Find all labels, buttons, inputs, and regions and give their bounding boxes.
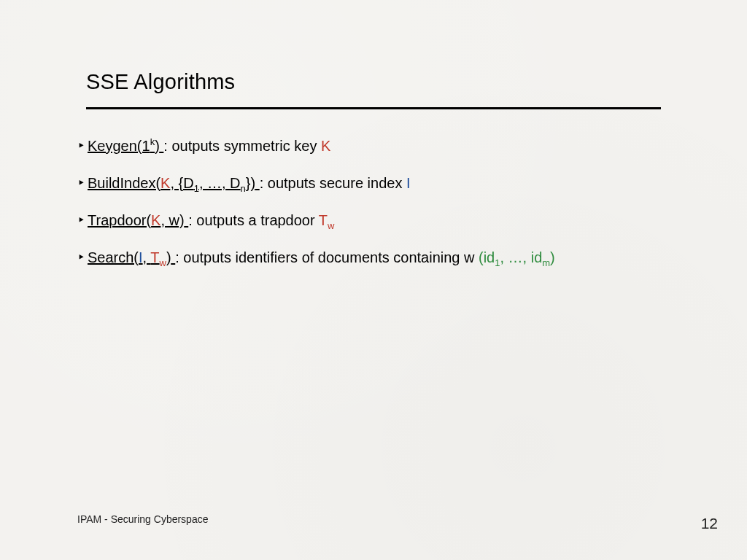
buildindex-k: K	[160, 175, 170, 191]
bullet-trapdoor: Trapdoor(K, w) : outputs a trapdoor Tw	[77, 211, 665, 230]
search-post: )	[166, 249, 171, 265]
buildindex-dn: n	[241, 183, 246, 194]
buildindex-head: BuildIndex(K, {D1, …, Dn})	[88, 175, 260, 191]
ids-close: )	[550, 249, 555, 265]
title-block: SSE Algorithms	[86, 70, 661, 109]
ids-m: m	[542, 257, 550, 268]
buildindex-sep1: , {D	[170, 175, 193, 191]
page-number: 12	[701, 515, 718, 532]
buildindex-body: : outputs secure index	[260, 175, 406, 191]
slide-title: SSE Algorithms	[86, 70, 661, 94]
trapdoor-sep: , w)	[160, 212, 184, 228]
buildindex-mid: , …, D	[199, 175, 241, 191]
trapdoor-t: T	[319, 212, 328, 228]
keygen-head: Keygen(1k)	[88, 138, 163, 154]
keygen-body: : outputs symmetric key	[163, 138, 321, 154]
bullet-keygen: Keygen(1k) : outputs symmetric key K	[77, 137, 665, 155]
keygen-key: K	[321, 138, 330, 154]
search-t: T	[150, 249, 159, 265]
slide: SSE Algorithms Keygen(1k) : outputs symm…	[0, 0, 747, 560]
trapdoor-pre: Trapdoor(	[88, 212, 151, 228]
title-rule	[86, 107, 661, 109]
trapdoor-body: : outputs a trapdoor	[188, 212, 319, 228]
ids-mid: , …, id	[500, 249, 542, 265]
keygen-pre: Keygen(1	[88, 138, 150, 154]
ids-open: (id	[479, 249, 495, 265]
buildindex-index: I	[406, 175, 411, 191]
trapdoor-w: w	[328, 220, 334, 231]
bullet-search: Search(I, Tw) : outputs identifiers of d…	[77, 249, 665, 267]
buildindex-post: })	[246, 175, 255, 191]
buildindex-pre: BuildIndex(	[88, 175, 160, 191]
search-body: : outputs identifiers of documents conta…	[175, 249, 479, 265]
search-tw: Tw	[150, 249, 166, 265]
buildindex-d1: 1	[194, 183, 199, 194]
search-head: Search(I, Tw)	[88, 249, 175, 265]
search-ids: (id1, …, idm)	[479, 249, 555, 265]
bullet-buildindex: BuildIndex(K, {D1, …, Dn}) : outputs sec…	[77, 174, 665, 192]
bullet-list: Keygen(1k) : outputs symmetric key K Bui…	[77, 137, 665, 286]
trapdoor-k: K	[151, 212, 160, 228]
trapdoor-tw: Tw	[319, 212, 335, 228]
trapdoor-head: Trapdoor(K, w)	[88, 212, 188, 228]
keygen-post: )	[155, 138, 160, 154]
footer-label: IPAM - Securing Cyberspace	[77, 513, 208, 525]
search-w: w	[160, 257, 166, 268]
search-sep: ,	[143, 249, 151, 265]
search-pre: Search(	[88, 249, 139, 265]
